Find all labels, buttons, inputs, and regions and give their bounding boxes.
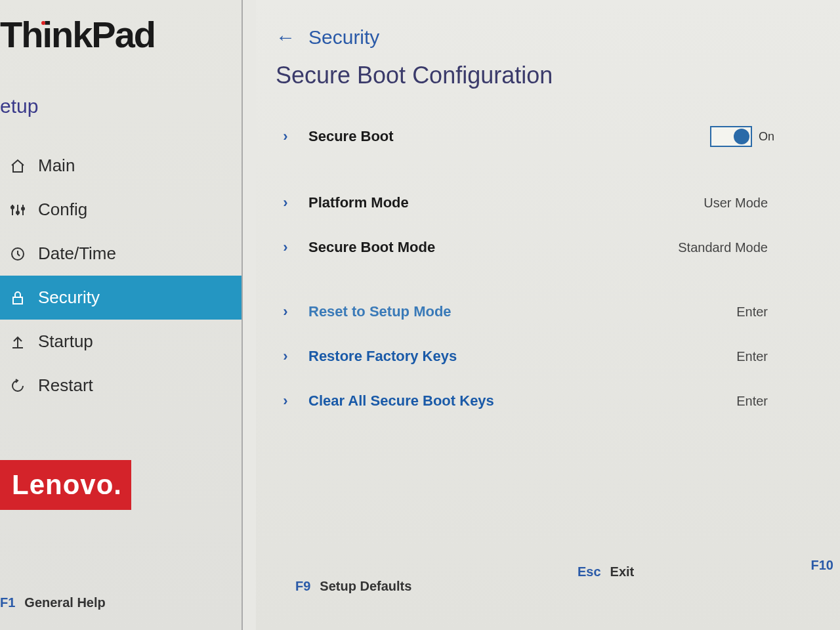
action-label: Reset to Setup Mode xyxy=(308,303,452,320)
chevron-right-icon: › xyxy=(276,194,295,211)
f10-key: F10 xyxy=(811,558,833,572)
setting-value: Standard Mode xyxy=(678,240,820,255)
setting-label: Platform Mode xyxy=(308,194,409,211)
clock-icon xyxy=(9,245,26,262)
sidebar: ThinkPad etup Main Config Date/Time Secu… xyxy=(0,0,243,630)
nav-label: Config xyxy=(38,200,87,220)
f1-key: F1 xyxy=(0,595,15,610)
nav-startup[interactable]: Startup xyxy=(0,320,242,364)
action-reset-setup-mode[interactable]: › Reset to Setup Mode Enter xyxy=(276,293,820,331)
chevron-right-icon: › xyxy=(276,239,295,256)
brand-logo: ThinkPad xyxy=(0,0,242,75)
breadcrumb-back[interactable]: ← Security xyxy=(276,26,820,49)
nav-label: Main xyxy=(38,156,75,176)
action-label: Clear All Secure Boot Keys xyxy=(308,392,494,410)
setting-value: User Mode xyxy=(704,196,820,211)
nav-label: Restart xyxy=(38,375,93,396)
nav-datetime[interactable]: Date/Time xyxy=(0,232,242,276)
nav-label: Security xyxy=(38,287,100,308)
action-hint: Enter xyxy=(736,394,820,409)
setting-secure-boot[interactable]: › Secure Boot On xyxy=(276,116,820,158)
setting-secure-boot-mode[interactable]: › Secure Boot Mode Standard Mode xyxy=(276,228,820,266)
exit-label: Exit xyxy=(610,564,635,579)
svg-rect-4 xyxy=(13,297,22,304)
page-title: Secure Boot Configuration xyxy=(276,62,820,89)
f9-key: F9 xyxy=(295,579,310,594)
chevron-right-icon: › xyxy=(276,303,295,320)
nav-label: Startup xyxy=(38,331,93,352)
setting-label: Secure Boot xyxy=(308,128,394,145)
home-icon xyxy=(9,158,26,175)
breadcrumb-label: Security xyxy=(308,26,379,49)
nav-restart[interactable]: Restart xyxy=(0,364,242,408)
setting-platform-mode[interactable]: › Platform Mode User Mode xyxy=(276,184,820,222)
action-hint: Enter xyxy=(736,304,820,320)
footer-setup-defaults[interactable]: F9 Setup Defaults xyxy=(295,579,411,594)
footer-exit[interactable]: Esc Exit xyxy=(578,564,634,579)
vendor-logo: Lenovo. xyxy=(0,460,131,510)
action-clear-secure-boot-keys[interactable]: › Clear All Secure Boot Keys Enter xyxy=(276,382,820,420)
action-label: Restore Factory Keys xyxy=(308,348,457,365)
toggle-state: On xyxy=(759,130,774,144)
arrow-left-icon: ← xyxy=(276,26,295,49)
setup-heading: etup xyxy=(0,75,242,131)
nav-config[interactable]: Config xyxy=(0,188,242,232)
footer: F1 General Help F9 Setup Defaults Esc Ex… xyxy=(0,545,840,630)
toggle-thumb xyxy=(734,129,749,144)
chevron-right-icon: › xyxy=(276,348,295,365)
footer-help[interactable]: F1 General Help xyxy=(0,595,106,610)
arrow-up-icon xyxy=(9,333,26,350)
nav-label: Date/Time xyxy=(38,243,116,264)
main-content: ← Security Secure Boot Configuration › S… xyxy=(256,0,840,630)
esc-key: Esc xyxy=(578,564,601,579)
help-label: General Help xyxy=(24,595,105,610)
footer-f10[interactable]: F10 xyxy=(811,558,833,573)
nav-security[interactable]: Security xyxy=(0,276,242,320)
action-hint: Enter xyxy=(736,349,820,364)
chevron-right-icon: › xyxy=(276,128,295,145)
secure-boot-toggle[interactable]: On xyxy=(710,126,820,147)
sliders-icon xyxy=(9,201,26,219)
chevron-right-icon: › xyxy=(276,392,295,410)
setting-label: Secure Boot Mode xyxy=(308,239,435,256)
nav-list: Main Config Date/Time Security Startup xyxy=(0,144,242,408)
lock-icon xyxy=(9,289,26,306)
action-restore-factory-keys[interactable]: › Restore Factory Keys Enter xyxy=(276,337,820,375)
nav-main[interactable]: Main xyxy=(0,144,242,188)
defaults-label: Setup Defaults xyxy=(320,579,411,594)
toggle-track xyxy=(710,126,752,147)
refresh-icon xyxy=(9,377,26,394)
